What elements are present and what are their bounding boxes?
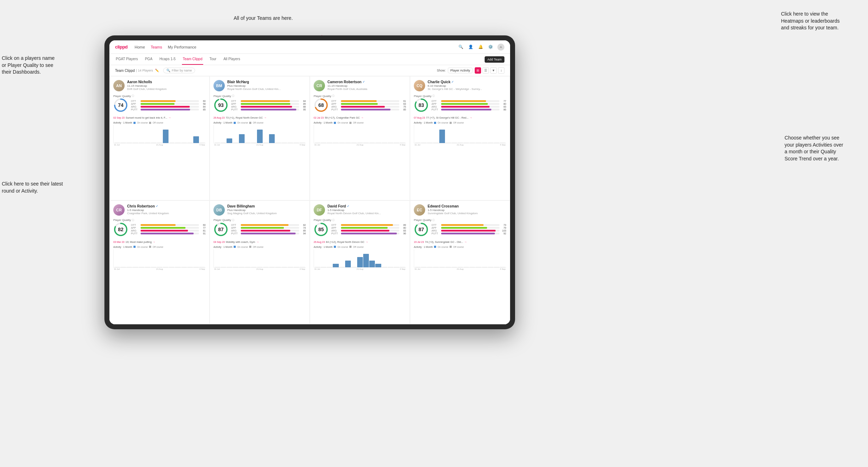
player-name[interactable]: Aaron Nicholls: [127, 80, 206, 84]
chart-area: [213, 125, 306, 143]
quality-circle[interactable]: 87: [414, 222, 429, 237]
verified-icon: ✓: [362, 80, 365, 84]
chart-bar: [275, 143, 281, 143]
player-avatar[interactable]: DF: [314, 204, 325, 216]
quality-section[interactable]: 82 OTT 60 APP 77 ARG: [113, 222, 206, 237]
player-name[interactable]: Chris Robertson✓: [127, 204, 206, 208]
tab-all-players[interactable]: All Players: [223, 54, 241, 65]
edit-icon[interactable]: ✏️: [155, 69, 159, 72]
latest-round-annotation: Click here to see their latestround or A…: [2, 181, 63, 194]
quality-number: 82: [118, 227, 124, 232]
user-icon[interactable]: 👤: [468, 44, 474, 50]
player-avatar[interactable]: AN: [113, 80, 125, 91]
tab-pgat-players[interactable]: PGAT Players: [115, 54, 138, 65]
chart-bars: [114, 250, 205, 267]
chart-bar: [114, 143, 120, 143]
stat-row: OTT 77: [432, 100, 506, 102]
stats-grid: OTT 77 APP 80 ARG 83 PU: [432, 100, 506, 111]
latest-activity[interactable]: 07 Aug 23 77 (+7), St George's Hill GC -…: [414, 116, 506, 119]
nav-teams[interactable]: Teams: [151, 45, 162, 49]
chart-bar: [482, 267, 487, 267]
quality-circle[interactable]: 74: [113, 98, 128, 113]
player-avatar[interactable]: EC: [414, 204, 425, 216]
player-name[interactable]: Cameron Robertson✓: [327, 80, 406, 84]
tab-links: PGAT Players PGA Hcaps 1-5 Team Clippd T…: [115, 54, 241, 65]
list-view-icon[interactable]: ☰: [482, 67, 489, 74]
player-avatar[interactable]: CR: [314, 80, 325, 91]
player-name[interactable]: Charlie Quick✓: [428, 80, 506, 84]
latest-activity[interactable]: 02 Jul 23 59 (+17), Craigmillar Park GC …: [314, 116, 406, 119]
chart-bar: [193, 267, 199, 267]
quality-circle[interactable]: 83: [414, 98, 429, 113]
chart-bars: [215, 250, 305, 267]
quality-circle[interactable]: 82: [113, 222, 128, 237]
latest-activity[interactable]: 04 Sep 23 Mobility with coach, Gym →: [213, 240, 306, 244]
player-name[interactable]: David Ford✓: [327, 204, 406, 208]
quality-number: 87: [418, 227, 424, 232]
chart-bar: [369, 261, 375, 267]
latest-activity[interactable]: 03 Mar 23 19; Must make putting →: [113, 240, 206, 244]
chart-bar: [257, 267, 263, 267]
player-avatar[interactable]: BM: [213, 80, 225, 91]
chart-bar: [445, 143, 451, 143]
latest-activity[interactable]: 26 Aug 23 84 (+12), Royal North Devon GC…: [314, 240, 406, 244]
avatar[interactable]: A: [497, 44, 504, 51]
settings-icon[interactable]: ⚙️: [487, 44, 494, 50]
latest-activity[interactable]: 19 Jul 23 74 (+3), Sunningdale GC - Old.…: [414, 240, 506, 244]
tab-hcaps[interactable]: Hcaps 1-5: [159, 54, 177, 65]
quality-section[interactable]: 87 OTT 82 APP 74 ARG: [213, 222, 306, 237]
stat-row: PUTT 91: [131, 232, 206, 235]
nav-logo[interactable]: clippd: [115, 44, 127, 50]
player-handicap: 6-10 Handicap: [428, 84, 506, 87]
player-club: Royal North Devon Golf Club, United Kin.…: [227, 87, 306, 91]
quality-section[interactable]: 74 OTT 60 APP 58 ARG: [113, 98, 206, 113]
tab-tour[interactable]: Tour: [209, 54, 217, 65]
chart-bar: [233, 267, 238, 267]
latest-activity[interactable]: 26 Aug 23 73 (+1), Royal North Devon GC …: [213, 116, 306, 119]
quality-section[interactable]: 93 OTT 84 APP 85 ARG: [213, 98, 306, 113]
stat-row: APP 80: [331, 227, 406, 229]
chart-labels: 31 Jul 21 Aug 4 Sep: [414, 268, 506, 270]
player-avatar[interactable]: CQ: [414, 80, 425, 91]
player-header: EC Edward Crossman 1-5 Handicap Sunningd…: [414, 204, 506, 216]
player-header: CR Chris Robertson✓ 1-5 Handicap Craigmi…: [113, 204, 206, 216]
off-course-legend: [450, 246, 452, 248]
activity-section: Activity · 1 Month On course Off course …: [414, 246, 506, 270]
chart-bar: [287, 143, 293, 143]
chart-bar: [382, 267, 387, 267]
player-avatar[interactable]: CR: [113, 204, 125, 216]
chart-bar: [375, 143, 381, 143]
nav-performance[interactable]: My Performance: [168, 45, 196, 49]
player-name[interactable]: Edward Crossman: [428, 204, 506, 208]
quality-number: 74: [118, 102, 124, 108]
player-avatar[interactable]: DB: [213, 204, 225, 216]
add-team-button[interactable]: Add Team: [485, 56, 504, 63]
bell-icon[interactable]: 🔔: [478, 44, 484, 50]
quality-section[interactable]: 83 OTT 77 APP 80 ARG: [414, 98, 506, 113]
quality-section[interactable]: 87 OTT 73 APP 79 ARG: [414, 222, 506, 237]
player-name[interactable]: Dave Billingham: [227, 204, 306, 208]
sort-icon[interactable]: ↕: [498, 67, 504, 74]
show-select[interactable]: Player Activity: [448, 68, 473, 73]
chart-bar: [500, 267, 506, 267]
chart-bar: [488, 143, 493, 143]
quality-section[interactable]: 68 OTT 61 APP 63 ARG: [314, 98, 406, 113]
player-name[interactable]: Blair McHarg: [227, 80, 306, 84]
quality-circle[interactable]: 93: [213, 98, 228, 113]
quality-section[interactable]: 85 OTT 89 APP 80 ARG: [314, 222, 406, 237]
search-icon[interactable]: 🔍: [458, 44, 464, 50]
tab-pga[interactable]: PGA: [144, 54, 153, 65]
chart-labels: 31 Jul 21 Aug 4 Sep: [314, 268, 406, 270]
quality-circle[interactable]: 87: [213, 222, 228, 237]
player-club: Sunningdale Golf Club, United Kingdom: [428, 212, 506, 215]
tab-team-clippd[interactable]: Team Clippd: [182, 54, 203, 65]
quality-circle[interactable]: 68: [314, 98, 329, 113]
latest-activity[interactable]: 02 Sep 23 Sunset round to get back into …: [113, 116, 206, 119]
chart-area: [414, 125, 506, 143]
nav-home[interactable]: Home: [135, 45, 145, 49]
grid-view-icon[interactable]: ⊞: [475, 67, 481, 74]
quality-circle[interactable]: 85: [314, 222, 329, 237]
search-filter[interactable]: 🔍 Filter by name: [163, 68, 195, 73]
chart-bar: [169, 143, 175, 143]
filter-icon[interactable]: ▼: [490, 67, 497, 74]
